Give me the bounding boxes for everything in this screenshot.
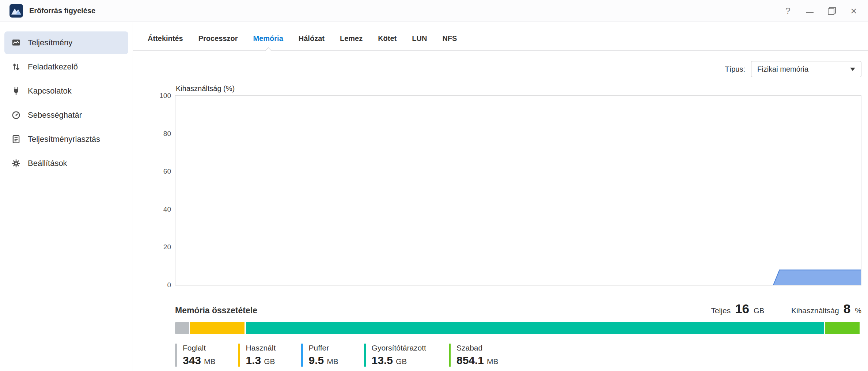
y-tick: 20 xyxy=(163,243,171,251)
legend-unit: MB xyxy=(487,357,499,366)
memory-totals: Teljes 16 GB Kihasználtság 8 % xyxy=(711,302,861,316)
window-controls: ? × xyxy=(783,6,858,16)
performance-alarm-icon xyxy=(11,134,21,144)
y-tick: 60 xyxy=(163,167,171,175)
memory-composition-title: Memória összetétele xyxy=(175,306,257,315)
legend-value: 9.5 xyxy=(309,354,324,367)
y-tick: 0 xyxy=(167,281,171,289)
tab-lemez[interactable]: Lemez xyxy=(340,34,363,50)
tab-bar: Áttekintés Processzor Memória Hálózat Le… xyxy=(133,22,868,51)
tab-processzor[interactable]: Processzor xyxy=(198,34,238,50)
resource-monitor-window: Erőforrás figyelése ? × Teljesítmény Fel… xyxy=(0,0,868,371)
usage-unit: % xyxy=(855,307,861,315)
minimize-icon[interactable] xyxy=(805,6,815,16)
dropdown-value: Fizikai memória xyxy=(757,65,808,73)
sidebar-item-teljesitmenyriasztas[interactable]: Teljesítményriasztás xyxy=(4,128,128,151)
y-tick: 100 xyxy=(159,92,171,100)
memory-usage-area xyxy=(175,96,861,285)
usage-value: 8 xyxy=(844,302,850,316)
title-bar: Erőforrás figyelése ? × xyxy=(0,0,868,22)
utilization-chart-section: Kihasználtság (%) 100 80 60 40 20 0 xyxy=(175,84,861,285)
legend-value: 343 xyxy=(183,354,201,367)
app-logo-icon xyxy=(10,4,23,18)
y-tick: 80 xyxy=(163,130,171,138)
sidebar-item-kapcsolatok[interactable]: Kapcsolatok xyxy=(4,80,128,102)
legend-unit: GB xyxy=(396,357,407,366)
legend-item-szabad: Szabad 854.1MB xyxy=(449,344,499,367)
performance-monitor-icon xyxy=(11,38,21,48)
legend-unit: MB xyxy=(204,357,216,366)
bar-segment-foglalt xyxy=(175,322,189,334)
chart-title: Kihasználtság (%) xyxy=(176,84,861,93)
legend-item-hasznalt: Használt 1.3GB xyxy=(238,344,278,367)
tab-kotet[interactable]: Kötet xyxy=(378,34,397,50)
legend-value: 13.5 xyxy=(372,354,393,367)
sidebar-item-label: Beállítások xyxy=(28,159,67,168)
legend-unit: GB xyxy=(264,357,275,366)
sidebar-item-label: Teljesítményriasztás xyxy=(28,135,100,144)
restore-icon[interactable] xyxy=(827,6,837,16)
memory-composition-header: Memória összetétele Teljes 16 GB Kihaszn… xyxy=(175,302,861,316)
legend-value: 854.1 xyxy=(456,354,484,367)
sidebar-item-label: Sebességhatár xyxy=(28,110,82,120)
sidebar: Teljesítmény Feladatkezelő Kapcsolatok S… xyxy=(0,22,133,371)
legend-value: 1.3 xyxy=(246,354,261,367)
y-tick: 40 xyxy=(163,205,171,213)
sidebar-item-label: Feladatkezelő xyxy=(28,62,78,72)
type-label: Típus: xyxy=(725,65,745,73)
total-memory: Teljes 16 GB xyxy=(711,302,764,316)
window-title: Erőforrás figyelése xyxy=(29,7,95,15)
legend-unit: MB xyxy=(327,357,338,366)
bar-segment-hasznalt xyxy=(189,322,244,334)
tab-lun[interactable]: LUN xyxy=(412,34,427,50)
sidebar-item-feladatkezelo[interactable]: Feladatkezelő xyxy=(4,56,128,78)
legend-item-puffer: Puffer 9.5MB xyxy=(301,344,341,367)
bar-segment-szabad xyxy=(824,322,860,334)
legend-label: Használt xyxy=(246,344,278,352)
legend-item-foglalt: Foglalt 343MB xyxy=(175,344,216,367)
close-icon[interactable]: × xyxy=(849,6,858,16)
total-value: 16 xyxy=(735,302,749,316)
tab-nfs[interactable]: NFS xyxy=(442,34,457,50)
settings-icon xyxy=(11,158,21,169)
legend-label: Gyorsítótárazott xyxy=(372,344,426,352)
sidebar-item-sebesseghatar[interactable]: Sebességhatár xyxy=(4,104,128,126)
total-label: Teljes xyxy=(711,306,731,315)
help-icon[interactable]: ? xyxy=(783,6,793,16)
total-unit: GB xyxy=(754,307,764,315)
sidebar-item-label: Kapcsolatok xyxy=(28,86,72,96)
sidebar-item-beallitasok[interactable]: Beállítások xyxy=(4,152,128,175)
main-panel: Áttekintés Processzor Memória Hálózat Le… xyxy=(133,22,868,371)
tab-memoria[interactable]: Memória xyxy=(253,34,283,50)
memory-legend: Foglalt 343MB Használt 1.3GB Puffer 9.5M… xyxy=(175,344,861,367)
bar-segment-gyorsitotarazott xyxy=(245,322,824,334)
usage-label: Kihasználtság xyxy=(791,306,839,315)
connections-icon xyxy=(11,86,21,96)
legend-label: Puffer xyxy=(309,344,341,352)
window-body: Teljesítmény Feladatkezelő Kapcsolatok S… xyxy=(0,22,868,371)
legend-item-gyorsitotarazott: Gyorsítótárazott 13.5GB xyxy=(364,344,426,367)
sidebar-item-teljesitmeny[interactable]: Teljesítmény xyxy=(4,31,128,54)
memory-type-dropdown[interactable]: Fizikai memória xyxy=(751,61,861,77)
task-manager-icon xyxy=(11,62,21,72)
speed-limit-icon xyxy=(11,110,21,120)
usage-percent: Kihasználtság 8 % xyxy=(791,302,861,316)
sidebar-item-label: Teljesítmény xyxy=(28,38,72,48)
utilization-chart: 100 80 60 40 20 0 xyxy=(175,95,861,285)
tab-attekintes[interactable]: Áttekintés xyxy=(148,34,183,50)
chevron-down-icon xyxy=(850,68,855,71)
legend-label: Szabad xyxy=(456,344,499,352)
memory-composition-bar xyxy=(175,322,861,334)
type-selector-row: Típus: Fizikai memória xyxy=(133,61,861,77)
tab-halozat[interactable]: Hálózat xyxy=(299,34,325,50)
legend-label: Foglalt xyxy=(183,344,216,352)
